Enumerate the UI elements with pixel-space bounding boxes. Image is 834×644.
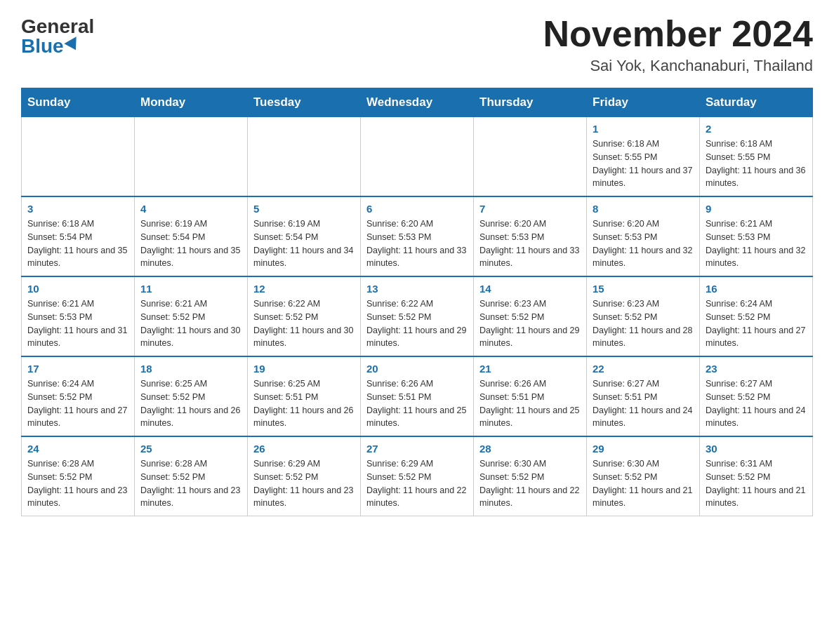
calendar-cell: 14Sunrise: 6:23 AMSunset: 5:52 PMDayligh… [474,276,587,356]
day-info: Sunrise: 6:20 AMSunset: 5:53 PMDaylight:… [479,217,581,270]
col-header-friday: Friday [587,88,700,117]
day-info: Sunrise: 6:21 AMSunset: 5:53 PMDaylight:… [27,297,128,350]
day-info: Sunrise: 6:19 AMSunset: 5:54 PMDaylight:… [253,217,355,270]
day-number: 24 [27,443,128,455]
calendar-cell: 8Sunrise: 6:20 AMSunset: 5:53 PMDaylight… [587,196,700,276]
day-info: Sunrise: 6:23 AMSunset: 5:52 PMDaylight:… [479,297,581,350]
day-info: Sunrise: 6:27 AMSunset: 5:51 PMDaylight:… [593,377,694,430]
day-number: 12 [253,283,355,295]
day-number: 5 [253,203,355,215]
calendar-cell: 30Sunrise: 6:31 AMSunset: 5:52 PMDayligh… [700,436,813,516]
calendar-cell: 24Sunrise: 6:28 AMSunset: 5:52 PMDayligh… [22,436,135,516]
day-number: 14 [479,283,581,295]
day-number: 20 [366,363,468,375]
day-info: Sunrise: 6:20 AMSunset: 5:53 PMDaylight:… [366,217,468,270]
day-info: Sunrise: 6:26 AMSunset: 5:51 PMDaylight:… [366,377,468,430]
calendar-cell: 13Sunrise: 6:22 AMSunset: 5:52 PMDayligh… [361,276,474,356]
day-info: Sunrise: 6:23 AMSunset: 5:52 PMDaylight:… [593,297,694,350]
day-info: Sunrise: 6:30 AMSunset: 5:52 PMDaylight:… [479,457,581,510]
col-header-saturday: Saturday [700,88,813,117]
month-title: November 2024 [543,14,813,54]
day-info: Sunrise: 6:22 AMSunset: 5:52 PMDaylight:… [253,297,355,350]
day-info: Sunrise: 6:30 AMSunset: 5:52 PMDaylight:… [593,457,694,510]
calendar-cell: 23Sunrise: 6:27 AMSunset: 5:52 PMDayligh… [700,356,813,436]
day-number: 13 [366,283,468,295]
page-header: General Blue November 2024 Sai Yok, Kanc… [21,14,813,75]
day-number: 9 [706,203,807,215]
day-info: Sunrise: 6:29 AMSunset: 5:52 PMDaylight:… [253,457,355,510]
calendar-week-row: 3Sunrise: 6:18 AMSunset: 5:54 PMDaylight… [22,196,813,276]
day-info: Sunrise: 6:25 AMSunset: 5:52 PMDaylight:… [140,377,241,430]
calendar-week-row: 1Sunrise: 6:18 AMSunset: 5:55 PMDaylight… [22,117,813,197]
day-number: 23 [706,363,807,375]
calendar-header-row: SundayMondayTuesdayWednesdayThursdayFrid… [22,88,813,117]
calendar-cell: 7Sunrise: 6:20 AMSunset: 5:53 PMDaylight… [474,196,587,276]
calendar-week-row: 24Sunrise: 6:28 AMSunset: 5:52 PMDayligh… [22,436,813,516]
day-info: Sunrise: 6:18 AMSunset: 5:55 PMDaylight:… [706,137,807,190]
calendar-cell: 15Sunrise: 6:23 AMSunset: 5:52 PMDayligh… [587,276,700,356]
calendar-cell: 22Sunrise: 6:27 AMSunset: 5:51 PMDayligh… [587,356,700,436]
day-number: 30 [706,443,807,455]
calendar-cell [474,117,587,197]
day-number: 29 [593,443,694,455]
day-number: 28 [479,443,581,455]
calendar-cell: 27Sunrise: 6:29 AMSunset: 5:52 PMDayligh… [361,436,474,516]
col-header-monday: Monday [135,88,248,117]
calendar-cell: 26Sunrise: 6:29 AMSunset: 5:52 PMDayligh… [248,436,361,516]
day-info: Sunrise: 6:20 AMSunset: 5:53 PMDaylight:… [593,217,694,270]
calendar-cell: 10Sunrise: 6:21 AMSunset: 5:53 PMDayligh… [22,276,135,356]
day-number: 1 [593,123,694,135]
day-info: Sunrise: 6:22 AMSunset: 5:52 PMDaylight:… [366,297,468,350]
day-number: 18 [140,363,241,375]
day-info: Sunrise: 6:24 AMSunset: 5:52 PMDaylight:… [706,297,807,350]
day-info: Sunrise: 6:31 AMSunset: 5:52 PMDaylight:… [706,457,807,510]
day-number: 3 [27,203,128,215]
day-number: 6 [366,203,468,215]
calendar-cell: 11Sunrise: 6:21 AMSunset: 5:52 PMDayligh… [135,276,248,356]
calendar-cell: 5Sunrise: 6:19 AMSunset: 5:54 PMDaylight… [248,196,361,276]
calendar-cell [248,117,361,197]
calendar-cell: 12Sunrise: 6:22 AMSunset: 5:52 PMDayligh… [248,276,361,356]
calendar-cell: 2Sunrise: 6:18 AMSunset: 5:55 PMDaylight… [700,117,813,197]
day-number: 2 [706,123,807,135]
col-header-tuesday: Tuesday [248,88,361,117]
day-info: Sunrise: 6:24 AMSunset: 5:52 PMDaylight:… [27,377,128,430]
day-info: Sunrise: 6:19 AMSunset: 5:54 PMDaylight:… [140,217,241,270]
calendar-cell: 6Sunrise: 6:20 AMSunset: 5:53 PMDaylight… [361,196,474,276]
logo-blue-text: Blue [21,36,81,56]
calendar-cell [135,117,248,197]
calendar-cell: 28Sunrise: 6:30 AMSunset: 5:52 PMDayligh… [474,436,587,516]
day-number: 16 [706,283,807,295]
day-number: 27 [366,443,468,455]
calendar-cell: 19Sunrise: 6:25 AMSunset: 5:51 PMDayligh… [248,356,361,436]
day-number: 17 [27,363,128,375]
day-info: Sunrise: 6:21 AMSunset: 5:52 PMDaylight:… [140,297,241,350]
day-number: 25 [140,443,241,455]
location-subtitle: Sai Yok, Kanchanaburi, Thailand [543,57,813,75]
day-number: 22 [593,363,694,375]
day-number: 21 [479,363,581,375]
calendar-cell [22,117,135,197]
calendar-cell: 18Sunrise: 6:25 AMSunset: 5:52 PMDayligh… [135,356,248,436]
calendar-cell [361,117,474,197]
day-number: 11 [140,283,241,295]
calendar-cell: 16Sunrise: 6:24 AMSunset: 5:52 PMDayligh… [700,276,813,356]
calendar-week-row: 17Sunrise: 6:24 AMSunset: 5:52 PMDayligh… [22,356,813,436]
day-number: 8 [593,203,694,215]
calendar-cell: 9Sunrise: 6:21 AMSunset: 5:53 PMDaylight… [700,196,813,276]
day-info: Sunrise: 6:27 AMSunset: 5:52 PMDaylight:… [706,377,807,430]
day-number: 4 [140,203,241,215]
day-info: Sunrise: 6:28 AMSunset: 5:52 PMDaylight:… [27,457,128,510]
day-info: Sunrise: 6:28 AMSunset: 5:52 PMDaylight:… [140,457,241,510]
calendar-cell: 29Sunrise: 6:30 AMSunset: 5:52 PMDayligh… [587,436,700,516]
calendar-cell: 25Sunrise: 6:28 AMSunset: 5:52 PMDayligh… [135,436,248,516]
calendar-cell: 20Sunrise: 6:26 AMSunset: 5:51 PMDayligh… [361,356,474,436]
calendar-cell: 17Sunrise: 6:24 AMSunset: 5:52 PMDayligh… [22,356,135,436]
logo-triangle-icon [64,36,81,53]
logo-general-text: General [21,17,94,36]
calendar-week-row: 10Sunrise: 6:21 AMSunset: 5:53 PMDayligh… [22,276,813,356]
day-info: Sunrise: 6:18 AMSunset: 5:54 PMDaylight:… [27,217,128,270]
calendar-cell: 21Sunrise: 6:26 AMSunset: 5:51 PMDayligh… [474,356,587,436]
calendar-table: SundayMondayTuesdayWednesdayThursdayFrid… [21,88,813,516]
day-info: Sunrise: 6:26 AMSunset: 5:51 PMDaylight:… [479,377,581,430]
